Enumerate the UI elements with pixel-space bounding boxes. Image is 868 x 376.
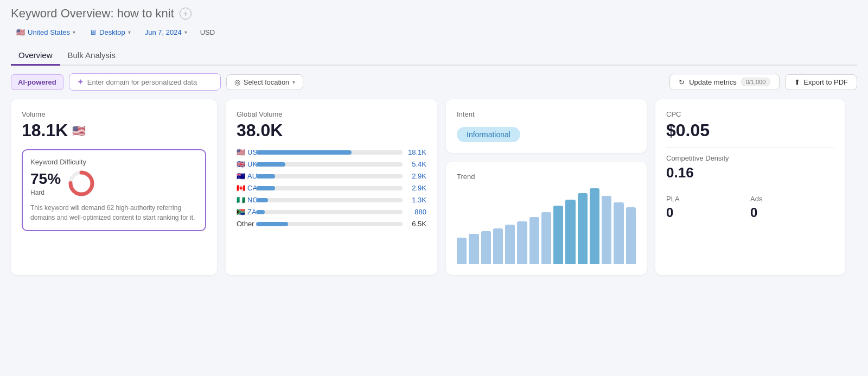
bar-track-Other [256, 222, 403, 226]
domain-input[interactable] [87, 78, 213, 86]
flag-NG: 🇳🇬 [237, 196, 245, 204]
trend-bar [602, 196, 611, 264]
toolbar: AI-powered ✦ ◎ Select location ▾ ↻ Updat… [11, 73, 857, 91]
export-pdf-button[interactable]: ⬆ Export to PDF [785, 74, 857, 90]
ads-value: 0 [750, 205, 834, 220]
add-keyword-icon[interactable]: + [180, 8, 192, 20]
flag-ZA: 🇿🇦 [237, 208, 245, 216]
bar-country-UK: 🇬🇧 UK [237, 160, 252, 168]
bar-row: 🇨🇦 CA 2.9K [237, 184, 426, 192]
pla-value: 0 [666, 205, 750, 220]
cpc-value: $0.05 [666, 120, 834, 141]
volume-value: 18.1K 🇺🇸 [22, 120, 206, 141]
volume-card: Volume 18.1K 🇺🇸 Keyword Difficulty 75% H… [11, 99, 217, 275]
date-label: Jun 7, 2024 [145, 28, 182, 36]
keyword-difficulty-card: Keyword Difficulty 75% Hard This keyword… [22, 149, 206, 231]
trend-bar [614, 202, 623, 264]
bar-val-UK: 5.4K [407, 160, 426, 168]
trend-bar [481, 231, 491, 264]
tab-overview[interactable]: Overview [11, 46, 60, 66]
page-title: Keyword Overview: how to knit [11, 7, 174, 21]
domain-input-wrapper[interactable]: ✦ [69, 73, 221, 91]
bar-val-Other: 6.5K [407, 220, 426, 228]
trend-bar [469, 234, 478, 264]
flag-AU: 🇦🇺 [237, 172, 245, 180]
comp-density-label: Competitive Density [666, 154, 834, 162]
difficulty-percent: 75% [30, 170, 61, 188]
date-chevron-icon: ▾ [184, 29, 187, 35]
tabs-row: Overview Bulk Analysis [11, 46, 857, 66]
flag-CA: 🇨🇦 [237, 184, 245, 192]
comp-density-value: 0.16 [666, 164, 834, 181]
update-metrics-label: Update metrics [689, 78, 736, 86]
trend-bar [590, 188, 599, 264]
cards-grid: Volume 18.1K 🇺🇸 Keyword Difficulty 75% H… [11, 99, 857, 275]
trend-card: Trend [446, 162, 647, 275]
sparkle-icon: ✦ [77, 77, 84, 87]
keyword-text: how to knit [117, 7, 174, 20]
country-chevron-icon: ▾ [73, 29, 75, 35]
bar-val-NG: 1.3K [407, 196, 426, 204]
monitor-icon: 🖥 [90, 28, 97, 36]
bar-track-AU [256, 174, 403, 179]
global-volume-card: Global Volume 38.0K 🇺🇸 US 18.1K 🇬🇧 UK 5.… [226, 99, 437, 275]
refresh-icon: ↻ [679, 78, 685, 86]
trend-bar [517, 221, 527, 264]
bar-fill-NG [256, 198, 268, 202]
pla-ads-row: PLA 0 Ads 0 [666, 195, 834, 220]
bar-fill-Other [256, 222, 288, 226]
pla-item: PLA 0 [666, 195, 750, 220]
update-metrics-button[interactable]: ↻ Update metrics 0/1,000 [669, 74, 780, 90]
country-bars-container: 🇺🇸 US 18.1K 🇬🇧 UK 5.4K 🇦🇺 AU [237, 148, 426, 228]
device-label: Desktop [99, 28, 125, 36]
update-count-badge: 0/1,000 [741, 78, 771, 86]
trend-bar [493, 228, 503, 265]
trend-chart [457, 183, 636, 264]
cpc-divider [666, 147, 834, 148]
bar-val-AU: 2.9K [407, 172, 426, 180]
tab-bulk-analysis[interactable]: Bulk Analysis [60, 46, 123, 66]
global-volume-value: 38.0K [237, 120, 426, 141]
bar-val-US: 18.1K [407, 148, 426, 156]
date-selector[interactable]: Jun 7, 2024 ▾ [139, 26, 193, 39]
bar-fill-CA [256, 186, 275, 190]
bar-track-US [256, 150, 403, 155]
country-selector[interactable]: 🇺🇸 United States ▾ [11, 26, 81, 39]
ads-label: Ads [750, 195, 834, 203]
pla-label: PLA [666, 195, 750, 203]
bar-fill-UK [256, 162, 285, 167]
intent-trend-column: Intent Informational Trend [446, 99, 647, 275]
bar-country-US: 🇺🇸 US [237, 148, 252, 156]
location-chevron-icon: ▾ [292, 79, 295, 85]
difficulty-description: This keyword will demand 62 high-authori… [30, 203, 197, 222]
bar-country-CA: 🇨🇦 CA [237, 184, 252, 192]
cpc-label: CPC [666, 110, 834, 118]
bar-row: 🇺🇸 US 18.1K [237, 148, 426, 156]
bar-fill-ZA [256, 210, 265, 214]
trend-bar [578, 193, 588, 264]
country-flag: 🇺🇸 [16, 28, 25, 36]
bar-country-NG: 🇳🇬 NG [237, 196, 252, 204]
trend-bar [553, 206, 563, 265]
bar-val-ZA: 880 [407, 208, 426, 216]
trend-bar [505, 225, 515, 265]
title-prefix: Keyword Overview: [11, 7, 114, 20]
volume-number: 18.1K [22, 120, 68, 141]
global-volume-label: Global Volume [237, 110, 426, 118]
volume-label: Volume [22, 110, 206, 118]
location-pin-icon: ◎ [234, 78, 240, 86]
bar-track-UK [256, 162, 403, 167]
ads-item: Ads 0 [750, 195, 834, 220]
bar-row: 🇦🇺 AU 2.9K [237, 172, 426, 180]
location-selector[interactable]: ◎ Select location ▾ [226, 74, 304, 90]
bar-row: 🇿🇦 ZA 880 [237, 208, 426, 216]
bar-track-ZA [256, 210, 403, 214]
device-selector[interactable]: 🖥 Desktop ▾ [84, 26, 136, 39]
bar-country-AU: 🇦🇺 AU [237, 172, 252, 180]
upload-icon: ⬆ [794, 78, 800, 86]
intent-card: Intent Informational [446, 99, 647, 153]
bar-fill-AU [256, 174, 275, 179]
bar-country-Other: Other [237, 220, 252, 228]
export-label: Export to PDF [803, 78, 848, 86]
bar-row: 🇳🇬 NG 1.3K [237, 196, 426, 204]
